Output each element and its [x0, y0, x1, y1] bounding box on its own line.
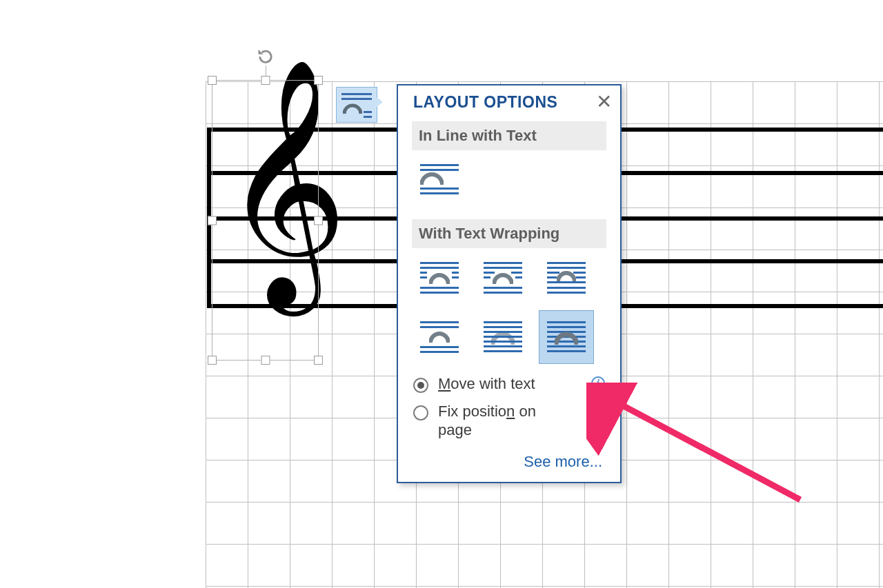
- rotate-handle[interactable]: [256, 46, 275, 65]
- resize-handle-s[interactable]: [261, 356, 270, 365]
- resize-handle-n[interactable]: [261, 76, 270, 85]
- resize-handle-se[interactable]: [314, 356, 323, 365]
- option-behind-text[interactable]: [481, 317, 525, 357]
- layout-options-button[interactable]: [336, 87, 377, 123]
- option-through[interactable]: [544, 258, 588, 298]
- radio-label-fix: Fix position on page: [438, 403, 562, 439]
- resize-handle-w[interactable]: [208, 216, 217, 225]
- radio-label-move: Move with text: [438, 375, 535, 393]
- info-icon[interactable]: i: [591, 376, 605, 390]
- layout-options-flyout: LAYOUT OPTIONS ✕ In Line with Text With …: [397, 84, 622, 483]
- radio-icon[interactable]: [413, 405, 428, 420]
- image-selection-frame: [212, 80, 319, 361]
- resize-handle-nw[interactable]: [208, 76, 217, 85]
- section-wrap-label: With Text Wrapping: [412, 219, 606, 248]
- radio-move-with-text[interactable]: Move with text i: [398, 372, 620, 400]
- info-icon[interactable]: i: [591, 404, 605, 418]
- resize-handle-sw[interactable]: [208, 356, 217, 365]
- resize-handle-e[interactable]: [314, 216, 323, 225]
- option-tight[interactable]: [481, 258, 525, 298]
- radio-icon[interactable]: [413, 378, 428, 393]
- flyout-title: LAYOUT OPTIONS: [413, 93, 557, 112]
- close-icon[interactable]: ✕: [596, 92, 612, 112]
- option-in-line-with-text[interactable]: [417, 160, 462, 200]
- see-more-link[interactable]: See more...: [398, 446, 620, 482]
- option-square[interactable]: [417, 258, 462, 298]
- resize-handle-ne[interactable]: [314, 76, 323, 85]
- radio-fix-position[interactable]: Fix position on page i: [398, 400, 620, 446]
- option-top-and-bottom[interactable]: [417, 317, 462, 357]
- option-in-front-of-text[interactable]: [539, 310, 594, 364]
- section-inline-label: In Line with Text: [412, 121, 606, 150]
